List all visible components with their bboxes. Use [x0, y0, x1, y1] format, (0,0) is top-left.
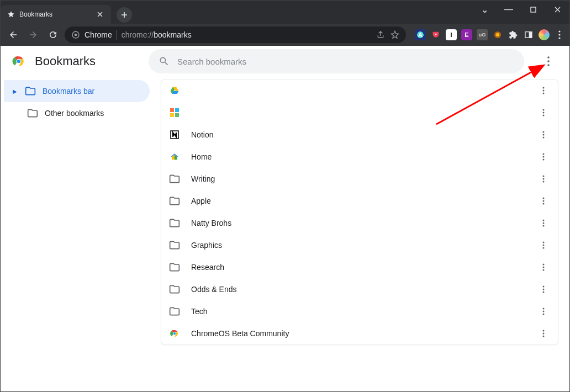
folder-row[interactable]: Apple [161, 190, 558, 212]
svg-point-33 [543, 176, 545, 177]
minimize-button[interactable]: — [497, 1, 521, 18]
svg-point-34 [543, 178, 545, 180]
svg-point-13 [547, 56, 550, 59]
extensions-puzzle-icon[interactable] [508, 29, 519, 40]
browser-toolbar: Chrome chrome://bookmarks A I E uO [1, 24, 569, 46]
bookmark-label: Home [191, 152, 526, 161]
folder-label: Apple [191, 197, 526, 205]
svg-point-36 [543, 198, 545, 199]
close-window-button[interactable] [545, 1, 569, 18]
folder-row[interactable]: Graphics [161, 234, 558, 256]
bookmark-menu-button[interactable] [537, 261, 550, 274]
bookmark-menu-button[interactable] [537, 305, 550, 318]
bookmark-menu-button[interactable] [537, 172, 550, 186]
svg-point-42 [543, 242, 545, 243]
maximize-button[interactable] [521, 1, 545, 18]
folder-row[interactable]: Research [161, 256, 558, 278]
bookmark-row[interactable] [161, 102, 558, 124]
svg-point-53 [543, 314, 545, 315]
omnibox-url: chrome://bookmarks [122, 30, 192, 39]
address-bar[interactable]: Chrome chrome://bookmarks [65, 27, 406, 43]
bookmarks-card: Notion Home Writing [161, 79, 558, 345]
extension-icon-instapaper[interactable]: I [446, 29, 457, 40]
bookmark-menu-button[interactable] [537, 84, 550, 97]
folder-icon [25, 86, 36, 97]
svg-rect-20 [175, 108, 179, 112]
extension-icon-1[interactable]: A [415, 29, 426, 40]
browser-tab-bookmarks[interactable]: Bookmarks [1, 5, 111, 24]
tab-search-button[interactable]: ⌄ [472, 1, 497, 18]
search-input[interactable] [177, 57, 514, 66]
svg-point-57 [543, 330, 545, 332]
chrome-page-icon [71, 30, 80, 39]
bookmark-menu-button[interactable] [537, 327, 550, 340]
extension-icon-e[interactable]: E [461, 29, 472, 40]
reload-button[interactable] [45, 27, 61, 43]
sidebar-item-other-bookmarks[interactable]: Other bookmarks [4, 102, 150, 124]
window-titlebar: Bookmarks ⌄ — [1, 1, 569, 24]
folder-label: Tech [191, 307, 526, 316]
folder-row[interactable]: Writing [161, 168, 558, 190]
bookmark-menu-button[interactable] [537, 150, 550, 163]
folder-tree-sidebar: ▶ Bookmarks bar Other bookmarks [1, 77, 155, 391]
drive-icon [169, 85, 180, 96]
folder-icon [169, 218, 180, 229]
tab-title: Bookmarks [19, 10, 52, 18]
svg-rect-6 [529, 32, 532, 38]
bookmark-menu-button[interactable] [537, 283, 550, 296]
bookmarks-menu-button[interactable] [539, 51, 558, 71]
folder-row[interactable]: Natty Brohs [161, 212, 558, 234]
extension-icon-circle[interactable] [492, 29, 503, 40]
folder-icon [169, 306, 180, 317]
folder-row[interactable]: Tech [161, 300, 558, 322]
bookmark-menu-button[interactable] [537, 106, 550, 119]
sidebar-item-bookmarks-bar[interactable]: ▶ Bookmarks bar [4, 80, 150, 102]
forward-button[interactable] [25, 27, 41, 43]
profile-avatar[interactable] [539, 29, 550, 40]
back-button[interactable] [5, 27, 22, 43]
svg-point-18 [543, 93, 545, 94]
svg-point-27 [543, 131, 545, 133]
bookmark-label: Notion [191, 130, 526, 139]
bookmark-row[interactable] [161, 80, 558, 102]
folder-label: Research [191, 263, 526, 272]
search-bookmarks-box[interactable] [149, 49, 524, 73]
svg-point-37 [543, 200, 545, 202]
bookmark-menu-button[interactable] [537, 194, 550, 208]
svg-point-16 [543, 87, 545, 89]
share-icon[interactable] [376, 30, 385, 39]
bookmark-menu-button[interactable] [537, 128, 550, 141]
svg-point-14 [547, 60, 550, 62]
svg-point-58 [543, 333, 545, 335]
close-tab-button[interactable] [96, 10, 104, 19]
bookmark-menu-button[interactable] [537, 216, 550, 230]
page-title: Bookmarks [35, 54, 96, 68]
side-panel-icon[interactable] [523, 29, 534, 40]
bookmark-menu-button[interactable] [537, 239, 550, 252]
extension-icon-pocket[interactable] [430, 29, 441, 40]
svg-point-24 [543, 112, 545, 114]
chrome-menu-button[interactable] [554, 29, 565, 40]
folder-icon [169, 262, 180, 273]
extension-icon-ublock[interactable]: uO [477, 29, 488, 40]
bookmark-row[interactable]: Notion [161, 124, 558, 146]
bookmark-star-icon[interactable] [390, 30, 399, 39]
svg-point-25 [543, 115, 545, 116]
svg-point-29 [543, 137, 545, 139]
svg-point-4 [496, 33, 499, 36]
extensions-bar: A I E uO [409, 29, 565, 40]
svg-point-41 [543, 225, 545, 227]
svg-point-40 [543, 223, 545, 224]
folder-icon [27, 108, 38, 119]
svg-point-7 [558, 30, 560, 32]
bookmark-row[interactable]: Home [161, 146, 558, 168]
new-tab-button[interactable] [117, 7, 132, 23]
google-home-icon [169, 151, 180, 162]
svg-rect-19 [170, 108, 174, 112]
bookmark-row[interactable]: ChromeOS Beta Community [161, 322, 558, 345]
folder-row[interactable]: Odds & Ends [161, 278, 558, 300]
chrome-logo-icon [12, 54, 26, 68]
svg-rect-21 [170, 113, 174, 117]
svg-point-9 [558, 37, 560, 39]
chevron-right-icon: ▶ [13, 88, 18, 94]
